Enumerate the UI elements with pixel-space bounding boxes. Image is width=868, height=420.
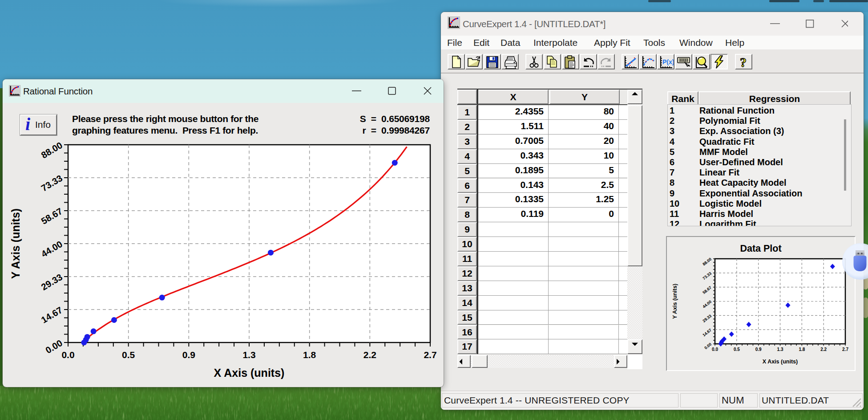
- svg-text:58.67: 58.67: [702, 285, 712, 295]
- svg-text:0.5: 0.5: [122, 350, 135, 360]
- svg-text:58.67: 58.67: [39, 206, 64, 226]
- svg-text:73.33: 73.33: [702, 271, 712, 281]
- svg-text:2.7: 2.7: [842, 347, 848, 352]
- svg-text:88.00: 88.00: [702, 257, 712, 267]
- svg-text:2.2: 2.2: [820, 347, 827, 352]
- svg-text:0.9: 0.9: [755, 347, 762, 352]
- svg-text:0.00: 0.00: [703, 342, 712, 351]
- svg-text:Y Axis (units): Y Axis (units): [672, 284, 678, 319]
- svg-text:14.67: 14.67: [702, 328, 712, 338]
- svg-text:X Axis (units): X Axis (units): [763, 359, 798, 365]
- svg-text:2.7: 2.7: [424, 350, 436, 360]
- svg-text:88.00: 88.00: [39, 140, 64, 160]
- svg-text:0.0: 0.0: [712, 347, 718, 352]
- svg-text:Y Axis (units): Y Axis (units): [9, 208, 22, 279]
- svg-text:44.00: 44.00: [702, 299, 712, 309]
- svg-text:1.8: 1.8: [303, 350, 316, 360]
- svg-text:0.0: 0.0: [61, 350, 74, 360]
- svg-text:1.3: 1.3: [242, 350, 255, 360]
- svg-text:X Axis (units): X Axis (units): [214, 367, 285, 379]
- svg-text:1.3: 1.3: [777, 347, 783, 352]
- svg-text:0.5: 0.5: [734, 347, 740, 352]
- svg-text:P(x): P(x): [662, 58, 674, 65]
- svg-text:2.2: 2.2: [363, 350, 376, 360]
- svg-text:0.00: 0.00: [44, 338, 64, 355]
- svg-text:29.33: 29.33: [702, 314, 712, 323]
- svg-text:14.67: 14.67: [39, 305, 64, 325]
- svg-text:?: ?: [740, 55, 747, 69]
- svg-text:29.33: 29.33: [39, 272, 64, 292]
- svg-text:1.8: 1.8: [799, 347, 805, 352]
- svg-text:44.00: 44.00: [39, 239, 64, 259]
- svg-text:73.33: 73.33: [39, 173, 64, 193]
- svg-text:0.9: 0.9: [182, 350, 195, 360]
